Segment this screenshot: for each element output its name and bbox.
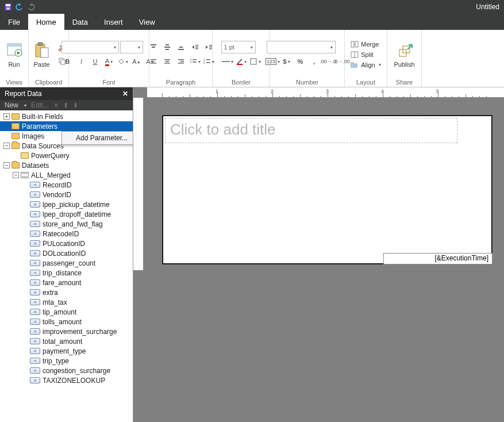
align-bottom-button[interactable]	[175, 41, 187, 53]
tree-datasets[interactable]: − Datasets	[0, 160, 133, 170]
svg-rect-8	[41, 48, 48, 57]
number-format-combo[interactable]: ▾	[267, 41, 336, 53]
field-icon: ≡	[30, 348, 40, 354]
undo-icon[interactable]	[15, 2, 24, 11]
svg-rect-1	[6, 4, 10, 6]
fill-color-button[interactable]: ▾	[117, 55, 129, 68]
folder-icon	[11, 113, 20, 120]
placeholder-button[interactable]: 123▾	[267, 55, 279, 68]
menu-home[interactable]: Home	[28, 14, 64, 30]
svg-point-35	[190, 59, 191, 60]
svg-rect-47	[355, 41, 358, 47]
save-icon[interactable]	[3, 2, 13, 11]
group-paragraph-label: Paragraph	[149, 79, 212, 87]
report-design-surface[interactable]: Click to add title [&ExecutionTime]	[162, 115, 493, 264]
paste-button[interactable]: Paste	[29, 40, 55, 69]
align-right-button[interactable]	[175, 55, 187, 68]
svg-rect-4	[7, 44, 21, 47]
expander-minus-icon[interactable]: −	[13, 172, 19, 178]
tree-field-item[interactable]: ≡extra	[0, 287, 133, 297]
toolbar-movedown-icon[interactable]: ⬇	[73, 102, 78, 109]
tree-field-item[interactable]: ≡TAXIZONELOOKUP	[0, 375, 133, 385]
font-color-button[interactable]: A▾	[103, 55, 116, 68]
svg-rect-16	[166, 44, 169, 45]
field-icon: ≡	[30, 231, 40, 237]
report-title-placeholder[interactable]: Click to add title	[165, 118, 457, 143]
menu-file[interactable]: File	[0, 14, 28, 30]
svg-rect-26	[151, 59, 156, 60]
expander-minus-icon[interactable]: −	[3, 162, 10, 168]
increase-decimal-button[interactable]: .00→.0	[322, 55, 334, 68]
align-center-button[interactable]	[161, 55, 174, 68]
tree-field-item[interactable]: ≡tip_amount	[0, 307, 133, 317]
align-middle-button[interactable]	[161, 41, 174, 53]
expander-plus-icon[interactable]: +	[3, 113, 10, 120]
svg-rect-15	[164, 47, 170, 48]
tree-builtin-fields[interactable]: + Built-in Fields	[0, 112, 133, 121]
tree-field-item[interactable]: ≡lpep_pickup_datetime	[0, 200, 133, 209]
tree-field-item[interactable]: ≡tolls_amount	[0, 317, 133, 327]
group-clipboard-label: Clipboard	[29, 79, 68, 87]
tree-field-item[interactable]: ≡DOLocationID	[0, 248, 133, 258]
split-button[interactable]: Split	[348, 49, 383, 60]
group-font-label: Font	[69, 79, 149, 87]
tree-field-item[interactable]: ≡improvement_surcharge	[0, 327, 133, 336]
tree-field-item[interactable]: ≡VendorID	[0, 190, 133, 200]
currency-button[interactable]: $▾	[280, 55, 293, 68]
publish-label: Publish	[394, 61, 414, 68]
tree-datasource-item[interactable]: PowerQuery	[0, 151, 133, 160]
borders-button[interactable]: ▾	[249, 55, 261, 68]
tree-field-item[interactable]: ≡congestion_surcharge	[0, 366, 133, 375]
tree-parameters[interactable]: Parameters	[0, 121, 133, 131]
grow-font-button[interactable]: A▲	[130, 55, 143, 68]
tree-field-item[interactable]: ≡total_amount	[0, 336, 133, 346]
italic-button[interactable]: I	[75, 55, 88, 68]
toolbar-moveup-icon[interactable]: ⬆	[63, 102, 68, 109]
bold-button[interactable]: B	[61, 55, 74, 68]
tree-field-item[interactable]: ≡store_and_fwd_flag	[0, 219, 133, 229]
panel-close-icon[interactable]: ✕	[122, 90, 128, 98]
menu-data[interactable]: Data	[64, 14, 96, 30]
percent-button[interactable]: %	[294, 55, 307, 68]
border-width-combo[interactable]: 1 pt▾	[221, 41, 256, 53]
toolbar-new-button[interactable]: New	[5, 101, 18, 109]
context-menu-add-parameter[interactable]: Add Parameter...	[62, 132, 133, 144]
execution-time-textbox[interactable]: [&ExecutionTime]	[383, 253, 493, 264]
align-top-button[interactable]	[147, 41, 160, 53]
align-button[interactable]: Align ▾	[348, 60, 383, 70]
redo-icon[interactable]	[26, 2, 36, 11]
align-left-button[interactable]	[147, 55, 160, 68]
svg-rect-32	[178, 59, 184, 60]
svg-rect-24	[209, 47, 212, 48]
font-family-combo[interactable]: ▾	[61, 41, 119, 53]
comma-button[interactable]: ,	[308, 55, 321, 68]
menu-view[interactable]: View	[131, 14, 163, 30]
tree-field-item[interactable]: ≡fare_amount	[0, 278, 133, 287]
tree-field-item[interactable]: ≡passenger_count	[0, 258, 133, 268]
tree-field-item[interactable]: ≡lpep_dropoff_datetime	[0, 209, 133, 219]
border-style-button[interactable]: ▾	[221, 55, 234, 68]
toolbar-delete-icon[interactable]: ✕	[53, 102, 59, 109]
run-button[interactable]: Run	[2, 40, 27, 69]
decrease-indent-button[interactable]	[188, 41, 201, 53]
tree-field-item[interactable]: ≡mta_tax	[0, 297, 133, 307]
border-color-button[interactable]: ▾	[235, 55, 248, 68]
tree-field-item[interactable]: ≡trip_distance	[0, 268, 133, 278]
publish-button[interactable]: Publish	[390, 40, 418, 69]
group-share-label: Share	[387, 79, 421, 87]
merge-button[interactable]: Merge	[348, 39, 383, 49]
tree-field-item[interactable]: ≡payment_type	[0, 346, 133, 356]
tree-field-item[interactable]: ≡PULocationID	[0, 239, 133, 248]
underline-button[interactable]: U	[89, 55, 102, 68]
expander-minus-icon[interactable]: −	[3, 143, 10, 149]
tree-field-item[interactable]: ≡trip_type	[0, 356, 133, 366]
menu-insert[interactable]: Insert	[96, 14, 131, 30]
tree-dataset-item[interactable]: − ALL_Merged	[0, 170, 133, 180]
svg-rect-31	[164, 63, 170, 64]
tree-field-item[interactable]: ≡RatecodeID	[0, 229, 133, 239]
toolbar-edit-button[interactable]: Edit...	[31, 101, 49, 109]
field-icon: ≡	[30, 367, 40, 374]
bullet-list-button[interactable]: ▾	[188, 55, 201, 68]
tree-field-item[interactable]: ≡RecordID	[0, 180, 133, 190]
font-size-combo[interactable]: ▾	[120, 41, 143, 53]
